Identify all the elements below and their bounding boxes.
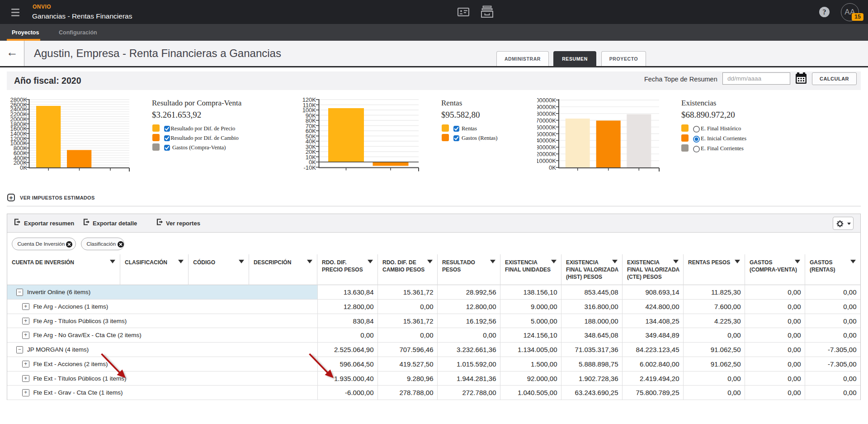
svg-text:80000K: 80000K bbox=[536, 110, 556, 117]
svg-text:120K: 120K bbox=[302, 96, 316, 103]
svg-text:70000K: 70000K bbox=[536, 117, 556, 124]
svg-text:50000K: 50000K bbox=[536, 131, 556, 138]
svg-text:20000K: 20000K bbox=[536, 151, 556, 157]
svg-text:60000K: 60000K bbox=[536, 124, 556, 131]
svg-text:100000K: 100000K bbox=[533, 97, 556, 104]
svg-text:30000K: 30000K bbox=[536, 144, 556, 151]
svg-text:40000K: 40000K bbox=[536, 137, 556, 144]
svg-text:90000K: 90000K bbox=[536, 104, 556, 110]
svg-text:2800K: 2800K bbox=[10, 96, 27, 103]
svg-text:0K: 0K bbox=[549, 164, 556, 171]
svg-text:10000K: 10000K bbox=[536, 157, 556, 164]
